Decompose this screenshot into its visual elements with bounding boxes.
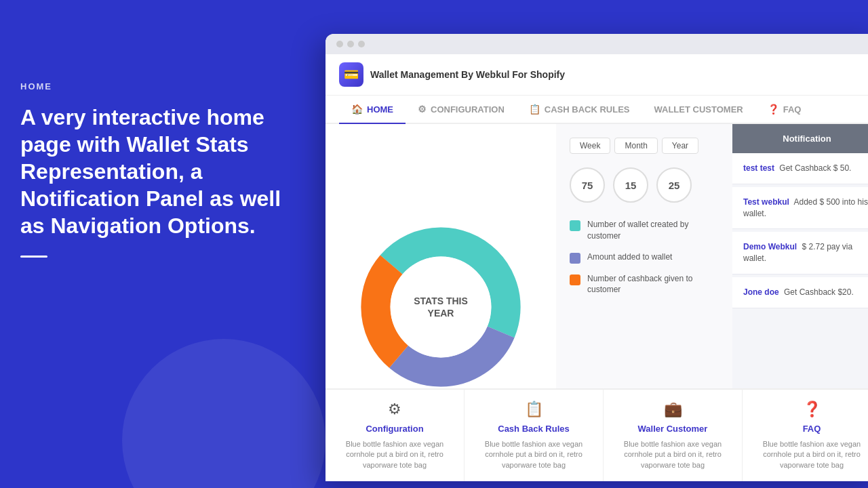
- faq-card-title: FAQ: [803, 424, 821, 434]
- legend-color-2: [570, 253, 580, 264]
- config-card-desc: Blue bottle fashion axe vegan cornhole p…: [336, 439, 453, 470]
- bottom-card-faq[interactable]: ❓ FAQ Blue bottle fashion axe vegan corn…: [743, 389, 868, 481]
- notification-message-4: Get Cashback $20.: [784, 287, 854, 297]
- tab-configuration-label: CONFIGURATION: [431, 104, 505, 115]
- tab-home-label: HOME: [367, 104, 393, 115]
- left-panel: HOME A very interactive home page with W…: [20, 81, 305, 258]
- tab-wallet-customer[interactable]: WALLET CUSTOMER: [642, 96, 755, 124]
- stat-circle-2: 15: [613, 167, 648, 203]
- tab-cashback-label: CASH BACK RULES: [545, 104, 630, 115]
- svg-point-4: [391, 257, 492, 358]
- notification-message-1: Get Cashback $ 50.: [779, 163, 851, 173]
- tab-faq-label: FAQ: [783, 104, 802, 115]
- home-tab-icon: 🏠: [351, 104, 363, 115]
- config-card-icon: ⚙: [388, 401, 401, 418]
- cashback-tab-icon: 📋: [529, 104, 540, 115]
- browser-dot-3: [358, 41, 365, 47]
- notification-sender-4: Jone doe: [743, 287, 779, 297]
- faq-card-icon: ❓: [803, 401, 821, 418]
- config-card-title: Configuration: [366, 424, 423, 434]
- week-button[interactable]: Week: [570, 138, 610, 154]
- browser-dot-2: [347, 41, 354, 47]
- app-title: Wallet Management By Webkul For Shopify: [370, 69, 565, 80]
- text-divider: [20, 256, 47, 258]
- home-label: HOME: [20, 81, 305, 92]
- main-description: A very interactive home page with Wallet…: [20, 104, 305, 239]
- legend-item-3: Number of cashback given to customer: [570, 273, 719, 296]
- app-header: 💳 Wallet Management By Webkul For Shopif…: [326, 54, 868, 96]
- nav-tabs: 🏠 HOME ⚙ CONFIGURATION 📋 CASH BACK RULES…: [326, 96, 868, 124]
- faq-card-desc: Blue bottle fashion axe vegan cornhole p…: [753, 439, 868, 470]
- wallet-card-title: Waller Customer: [638, 424, 708, 434]
- cashback-card-desc: Blue bottle fashion axe vegan cornhole p…: [475, 439, 592, 470]
- tab-home[interactable]: 🏠 HOME: [339, 96, 406, 124]
- tab-cashback[interactable]: 📋 CASH BACK RULES: [517, 96, 642, 124]
- wallet-card-desc: Blue bottle fashion axe vegan cornhole p…: [614, 439, 731, 470]
- faq-tab-icon: ❓: [768, 104, 779, 115]
- browser-topbar: [326, 34, 868, 54]
- donut-chart: STATS THIS YEAR: [359, 226, 522, 388]
- tab-configuration[interactable]: ⚙ CONFIGURATION: [406, 96, 517, 124]
- notification-item-1: test test Get Cashback $ 50.: [732, 153, 868, 184]
- legend-label-1: Number of wallet created by customer: [587, 219, 719, 242]
- cashback-card-icon: 📋: [525, 401, 543, 418]
- wallet-card-icon: 💼: [664, 401, 682, 418]
- month-button[interactable]: Month: [614, 138, 657, 154]
- legend-label-2: Amount added to wallet: [587, 251, 672, 263]
- legend-items: Number of wallet created by customer Amo…: [570, 219, 719, 296]
- browser-dot-1: [336, 41, 343, 47]
- year-button[interactable]: Year: [662, 138, 698, 154]
- bottom-cards: ⚙ Configuration Blue bottle fashion axe …: [326, 388, 868, 481]
- stat-circle-1: 75: [570, 167, 605, 203]
- legend-item-2: Amount added to wallet: [570, 251, 719, 264]
- app-content: 💳 Wallet Management By Webkul For Shopif…: [326, 54, 868, 481]
- legend-color-1: [570, 220, 580, 231]
- bottom-card-wallet[interactable]: 💼 Waller Customer Blue bottle fashion ax…: [604, 389, 743, 481]
- notification-header: Notification: [732, 124, 868, 153]
- bottom-card-configuration[interactable]: ⚙ Configuration Blue bottle fashion axe …: [326, 389, 465, 481]
- legend-label-3: Number of cashback given to customer: [587, 273, 719, 296]
- legend-color-3: [570, 274, 580, 285]
- config-tab-icon: ⚙: [418, 104, 427, 115]
- bottom-card-cashback[interactable]: 📋 Cash Back Rules Blue bottle fashion ax…: [465, 389, 604, 481]
- notification-sender-1: test test: [743, 163, 774, 173]
- notification-item-2: Test webkul Added $ 500 into his wallet.: [732, 187, 868, 230]
- legend-item-1: Number of wallet created by customer: [570, 219, 719, 242]
- app-logo: 💳: [339, 62, 363, 87]
- notification-sender-2: Test webkul: [743, 197, 789, 207]
- notification-sender-3: Demo Webkul: [743, 242, 797, 251]
- cashback-card-title: Cash Back Rules: [498, 424, 570, 434]
- tab-wallet-label: WALLET CUSTOMER: [654, 104, 743, 115]
- time-buttons: Week Month Year: [570, 138, 719, 154]
- browser-window: 💳 Wallet Management By Webkul For Shopif…: [326, 34, 868, 481]
- stat-circles: 75 15 25: [570, 167, 719, 203]
- notification-item-4: Jone doe Get Cashback $20.: [732, 277, 868, 308]
- stat-circle-3: 25: [656, 167, 692, 203]
- tab-faq[interactable]: ❓ FAQ: [755, 96, 814, 124]
- notification-item-3: Demo Webkul $ 2.72 pay via wallet.: [732, 232, 868, 274]
